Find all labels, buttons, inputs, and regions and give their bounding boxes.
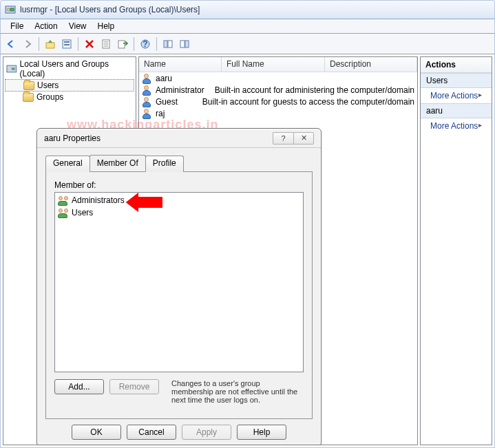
- actions-pane: Actions Users More Actions aaru More Act…: [420, 56, 492, 445]
- list-row[interactable]: raj: [139, 107, 417, 119]
- list-row[interactable]: GuestBuilt-in account for guests to acce…: [139, 96, 417, 107]
- menu-file[interactable]: File: [5, 20, 29, 32]
- ok-button[interactable]: OK: [72, 425, 121, 440]
- help-button[interactable]: Help: [237, 425, 286, 440]
- member-item[interactable]: Administrators: [56, 194, 302, 206]
- folder-icon: [23, 81, 34, 90]
- user-icon: [142, 85, 153, 96]
- window-titlebar: lusrmgr - [Local Users and Groups (Local…: [0, 0, 495, 19]
- svg-rect-11: [118, 41, 125, 48]
- col-name[interactable]: Name: [139, 57, 222, 72]
- menu-help[interactable]: Help: [92, 20, 120, 32]
- show-hide-actions-button[interactable]: [177, 36, 192, 52]
- member-name: Users: [72, 208, 93, 217]
- svg-text:?: ?: [143, 39, 147, 49]
- list-row[interactable]: AdministratorBuilt-in account for admini…: [139, 84, 417, 96]
- user-name: Administrator: [156, 85, 204, 95]
- user-name: aaru: [156, 74, 172, 83]
- list-header: Name Full Name Description: [139, 57, 417, 72]
- dialog-title: aaru Properties: [44, 134, 101, 143]
- help-button[interactable]: ?: [138, 36, 153, 52]
- menu-view[interactable]: View: [63, 20, 92, 32]
- cancel-button[interactable]: Cancel: [127, 425, 176, 440]
- tree-users-label: Users: [37, 81, 59, 90]
- tree-root-label: Local Users and Groups (Local): [20, 59, 133, 78]
- add-button[interactable]: Add...: [54, 379, 104, 394]
- tab-memberof[interactable]: Member Of: [89, 155, 146, 171]
- up-button[interactable]: [43, 36, 58, 52]
- apply-button[interactable]: Apply: [182, 425, 231, 440]
- group-icon: [58, 207, 69, 218]
- folder-icon: [23, 93, 34, 102]
- svg-rect-20: [12, 67, 15, 70]
- back-button[interactable]: [3, 36, 19, 52]
- col-description[interactable]: Description: [325, 57, 417, 72]
- member-item[interactable]: Users: [56, 206, 302, 219]
- svg-point-19: [8, 67, 11, 70]
- svg-rect-17: [185, 41, 189, 47]
- dialog-close-button[interactable]: ✕: [293, 132, 314, 145]
- svg-rect-2: [10, 8, 14, 11]
- properties-button[interactable]: [59, 36, 74, 52]
- group-icon: [58, 195, 69, 206]
- actions-group-aaru: aaru: [421, 103, 492, 118]
- snapin-icon: [6, 63, 17, 74]
- actions-group-users: Users: [421, 73, 492, 88]
- svg-rect-6: [64, 44, 70, 45]
- app-icon: [5, 4, 16, 15]
- tabstrip: General Member Of Profile: [45, 155, 313, 171]
- list-row[interactable]: aaru: [139, 72, 417, 84]
- dialog-help-button[interactable]: ?: [273, 132, 293, 145]
- menubar: File Action View Help: [0, 19, 495, 34]
- svg-rect-16: [180, 41, 185, 47]
- svg-rect-15: [168, 41, 172, 47]
- user-icon: [142, 108, 153, 119]
- tab-profile[interactable]: Profile: [145, 156, 184, 172]
- tree-root[interactable]: Local Users and Groups (Local): [5, 58, 134, 79]
- actions-title: Actions: [421, 57, 492, 73]
- refresh-button[interactable]: [98, 36, 114, 52]
- user-name: raj: [156, 109, 165, 118]
- svg-rect-14: [164, 41, 167, 47]
- user-icon: [142, 96, 153, 107]
- tree-item-users[interactable]: Users: [5, 79, 134, 92]
- user-description: Built-in account for guests to access th…: [202, 97, 414, 107]
- member-name: Administrators: [72, 195, 125, 205]
- more-actions-aaru[interactable]: More Actions: [421, 118, 492, 134]
- window-title: lusrmgr - [Local Users and Groups (Local…: [20, 5, 200, 14]
- forward-button[interactable]: [20, 36, 35, 52]
- delete-button[interactable]: [82, 36, 97, 52]
- tab-page-memberof: Member of: AdministratorsUsers Add... Re…: [45, 171, 313, 419]
- menu-action[interactable]: Action: [29, 20, 63, 32]
- user-description: Built-in account for administering the c…: [215, 85, 414, 95]
- dialog-titlebar[interactable]: aaru Properties ? ✕: [37, 129, 321, 148]
- toolbar: ?: [0, 34, 495, 54]
- tab-general[interactable]: General: [45, 156, 90, 172]
- tree-groups-label: Groups: [36, 92, 63, 102]
- more-actions-users[interactable]: More Actions: [421, 88, 492, 103]
- svg-rect-5: [64, 41, 70, 43]
- tree-item-groups[interactable]: Groups: [5, 92, 134, 103]
- properties-dialog: aaru Properties ? ✕ General Member Of Pr…: [36, 128, 322, 445]
- membership-note: Changes to a user's group membership are…: [171, 379, 304, 404]
- svg-point-1: [7, 8, 10, 11]
- user-icon: [142, 73, 153, 84]
- remove-button[interactable]: Remove: [109, 379, 159, 394]
- col-fullname[interactable]: Full Name: [222, 57, 325, 72]
- member-list[interactable]: AdministratorsUsers: [54, 192, 304, 372]
- export-button[interactable]: [115, 36, 130, 52]
- show-hide-tree-button[interactable]: [160, 36, 176, 52]
- memberof-label: Member of:: [54, 180, 304, 190]
- user-name: Guest: [156, 97, 178, 107]
- svg-rect-3: [46, 43, 54, 48]
